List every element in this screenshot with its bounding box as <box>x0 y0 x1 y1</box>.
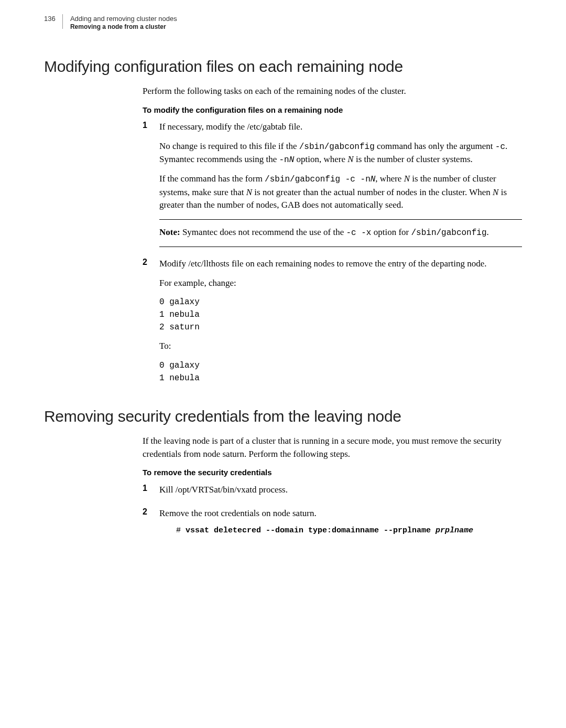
code-inline: -c <box>495 142 505 152</box>
t: option for <box>371 227 411 237</box>
section1-title: Modifying configuration files on each re… <box>44 58 522 76</box>
header-divider <box>62 14 63 29</box>
section2: Removing security credentials from the l… <box>44 408 522 535</box>
italic: N <box>404 174 410 184</box>
header-text-block: Adding and removing cluster nodes Removi… <box>70 15 177 30</box>
step2-num: 2 <box>143 258 159 391</box>
t: . <box>487 227 489 237</box>
code-italic: N <box>371 175 376 184</box>
command-block: # vssat deletecred --domain type:domainn… <box>176 526 522 535</box>
cmd-prompt: # <box>176 526 186 535</box>
t: If the command has the form <box>159 174 265 184</box>
page-header: 136 Adding and removing cluster nodes Re… <box>44 15 177 30</box>
section1-subtitle: To modify the configuration files on a r… <box>143 104 522 116</box>
step1-p2: No change is required to this file if th… <box>159 140 522 166</box>
t: , where <box>375 174 404 184</box>
section2-intro: If the leaving node is part of a cluster… <box>143 435 522 461</box>
t: Symantec does not recommend the use of t… <box>180 227 346 237</box>
cmd-text: vssat deletecred --domain type:domainnam… <box>186 526 436 535</box>
code-block-2: 0 galaxy 1 nebula <box>159 359 522 384</box>
sec2-step2-num: 2 <box>143 507 159 536</box>
sec2-step2-body: Remove the root credentials on node satu… <box>159 507 522 536</box>
header-chapter: Adding and removing cluster nodes <box>70 15 177 23</box>
note-top-rule <box>159 219 522 220</box>
sec2-step2-text: Remove the root credentials on node satu… <box>159 507 522 520</box>
italic: N <box>493 187 498 197</box>
italic: N <box>246 187 252 197</box>
code-inline: /sbin/gabconfig -c -n <box>265 175 371 184</box>
code-inline: -c -x <box>346 228 371 238</box>
page-content: Modifying configuration files on each re… <box>44 58 522 539</box>
code-block-1: 0 galaxy 1 nebula 2 saturn <box>159 296 522 334</box>
step2: 2 Modify /etc/llthosts file on each rema… <box>143 258 522 391</box>
step1-num: 1 <box>143 121 159 253</box>
sec2-step2: 2 Remove the root credentials on node sa… <box>143 507 522 536</box>
t: is not greater than the actual number of… <box>252 187 493 197</box>
code-italic: N <box>289 155 295 165</box>
step2-p3: To: <box>159 340 522 353</box>
code-inline: /sbin/gabconfig <box>299 142 375 152</box>
section1-intro: Perform the following tasks on each of t… <box>143 85 522 98</box>
note-bottom-rule <box>159 247 522 247</box>
step2-p2: For example, change: <box>159 277 522 290</box>
step2-p1: Modify /etc/llthosts file on each remain… <box>159 258 522 271</box>
step1-body: If necessary, modify the /etc/gabtab fil… <box>159 121 522 253</box>
sec2-step1-text: Kill /opt/VRTSat/bin/vxatd process. <box>159 484 522 497</box>
step1: 1 If necessary, modify the /etc/gabtab f… <box>143 121 522 253</box>
code-inline: -n <box>279 155 289 165</box>
code-inline: /sbin/gabconfig <box>411 228 486 238</box>
step1-p3: If the command has the form /sbin/gabcon… <box>159 173 522 211</box>
t: option, where <box>294 154 347 164</box>
step1-p1: If necessary, modify the /etc/gabtab fil… <box>159 121 522 134</box>
t: command has only the argument <box>375 141 495 151</box>
page-number: 136 <box>44 15 56 23</box>
step1-note: Note: Symantec does not recommend the us… <box>159 226 522 239</box>
section1-body: Perform the following tasks on each of t… <box>143 85 522 391</box>
sec2-step1-body: Kill /opt/VRTSat/bin/vxatd process. <box>159 484 522 503</box>
cmd-arg: prplname <box>436 526 473 535</box>
sec2-step1: 1 Kill /opt/VRTSat/bin/vxatd process. <box>143 484 522 503</box>
t: is the number of cluster systems. <box>354 154 473 164</box>
section2-title: Removing security credentials from the l… <box>44 408 522 425</box>
section2-body: If the leaving node is part of a cluster… <box>143 435 522 535</box>
section2-subtitle: To remove the security credentials <box>143 467 522 478</box>
sec2-step1-num: 1 <box>143 484 159 503</box>
t: No change is required to this file if th… <box>159 141 299 151</box>
step2-body: Modify /etc/llthosts file on each remain… <box>159 258 522 391</box>
header-section: Removing a node from a cluster <box>70 23 177 30</box>
italic: N <box>347 154 353 164</box>
note-label: Note: <box>159 227 180 237</box>
